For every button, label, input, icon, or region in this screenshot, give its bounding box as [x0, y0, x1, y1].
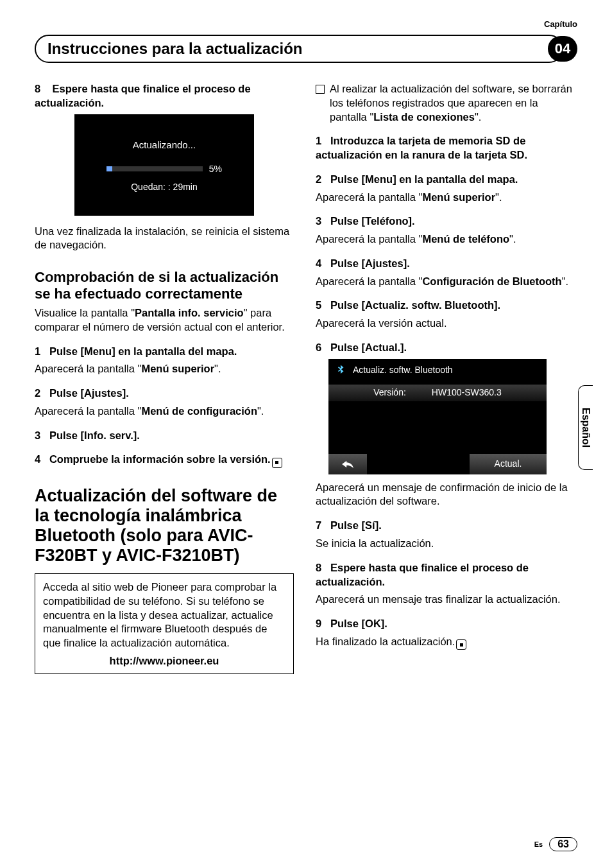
manual-page: Capítulo Instrucciones para la actualiza…: [0, 0, 612, 868]
chapter-label: Capítulo: [544, 19, 577, 29]
step-heading: 4 Compruebe la información sobre la vers…: [35, 453, 294, 468]
body-text: Aparecerá la pantalla "Configuración de …: [316, 275, 575, 289]
step-heading: 2 Pulse [Ajustes].: [35, 386, 294, 401]
progress-percent: 5%: [209, 163, 222, 175]
step-heading: 5 Pulse [Actualiz. softw. Bluetooth].: [316, 299, 575, 313]
screenshot-title: Actualiz. softw. Bluetooth: [353, 364, 453, 376]
square-bullet-icon: [316, 85, 325, 94]
body-text: Al realizar la actualización del softwar…: [330, 82, 575, 124]
bullet-item: Al realizar la actualización del softwar…: [316, 82, 575, 128]
footer-lang: Es: [534, 840, 543, 848]
progress-fill: [106, 166, 112, 171]
body-text: Aparecerá un mensaje de confirmación de …: [316, 481, 575, 509]
body-text: Aparecerá la pantalla "Menú superior".: [35, 362, 294, 376]
page-number: 63: [549, 837, 577, 851]
step-heading: 8 Espere hasta que finalice el proceso d…: [35, 82, 294, 110]
chapter-header: Instrucciones para la actualización 04: [35, 35, 577, 63]
step-heading: 1 Pulse [Menu] en la pantalla del mapa.: [35, 345, 294, 359]
body-text: Ha finalizado la actualización.: [316, 635, 575, 650]
back-button[interactable]: [328, 454, 368, 474]
body-text: Aparecerá la pantalla "Menú de teléfono"…: [316, 232, 575, 247]
end-section-icon: [456, 639, 466, 650]
step-heading: 7 Pulse [Sí].: [316, 519, 575, 533]
main-heading: Actualización del software de la tecnolo…: [35, 486, 294, 566]
version-label: Versión:: [373, 386, 406, 398]
body-text: Aparecerá la pantalla "Menú de configura…: [35, 404, 294, 419]
back-arrow-icon: [341, 459, 355, 469]
step-heading: 2 Pulse [Menu] en la pantalla del mapa.: [316, 173, 575, 187]
actual-button[interactable]: Actual.: [470, 454, 547, 474]
language-side-tab: Español: [578, 385, 593, 470]
body-text: Visualice la pantalla "Pantalla info. se…: [35, 306, 294, 334]
step-number: 8: [35, 83, 40, 94]
chapter-number-badge: 04: [548, 36, 577, 62]
note-url: http://www.pioneer.eu: [43, 654, 285, 668]
time-remaining: Quedan: : 29min: [74, 181, 254, 193]
step-heading: 3 Pulse [Teléfono].: [316, 214, 575, 229]
step-heading: 6 Pulse [Actual.].: [316, 341, 575, 355]
end-section-icon: [272, 458, 282, 468]
chapter-title: Instrucciones para la actualización: [35, 35, 563, 63]
bluetooth-update-screenshot: Actualiz. softw. Bluetooth Versión: HW10…: [328, 359, 547, 474]
note-box: Acceda al sitio web de Pioneer para comp…: [35, 573, 294, 674]
updating-screenshot: Actualizando... 5% Quedan: : 29min: [74, 114, 254, 216]
page-footer: Es 63: [534, 837, 577, 851]
body-text: Se inicia la actualización.: [316, 537, 575, 551]
step-heading: 1 Introduzca la tarjeta de memoria SD de…: [316, 134, 575, 162]
left-column: 8 Espere hasta que finalice el proceso d…: [35, 82, 294, 674]
step-heading: 3 Pulse [Info. serv.].: [35, 429, 294, 443]
body-text: Aparecerá un mensaje tras finalizar la a…: [316, 593, 575, 607]
step-heading: 8 Espere hasta que finalice el proceso d…: [316, 561, 575, 589]
step-heading: 4 Pulse [Ajustes].: [316, 257, 575, 271]
progress-bar: [106, 166, 203, 171]
version-value: HW100-SW360.3: [432, 386, 502, 398]
step-title: Espere hasta que finalice el proceso de …: [35, 83, 251, 108]
body-text: Una vez finalizada la instalación, se re…: [35, 225, 294, 253]
section-heading: Comprobación de si la actualización se h…: [35, 269, 294, 302]
note-text: Acceda al sitio web de Pioneer para comp…: [43, 580, 285, 650]
body-text: Aparecerá la pantalla "Menú superior".: [316, 191, 575, 205]
updating-label: Actualizando...: [74, 139, 254, 152]
right-column: Al realizar la actualización del softwar…: [316, 82, 575, 674]
step-heading: 9 Pulse [OK].: [316, 617, 575, 631]
bluetooth-icon: [335, 364, 346, 376]
body-text: Aparecerá la versión actual.: [316, 317, 575, 331]
